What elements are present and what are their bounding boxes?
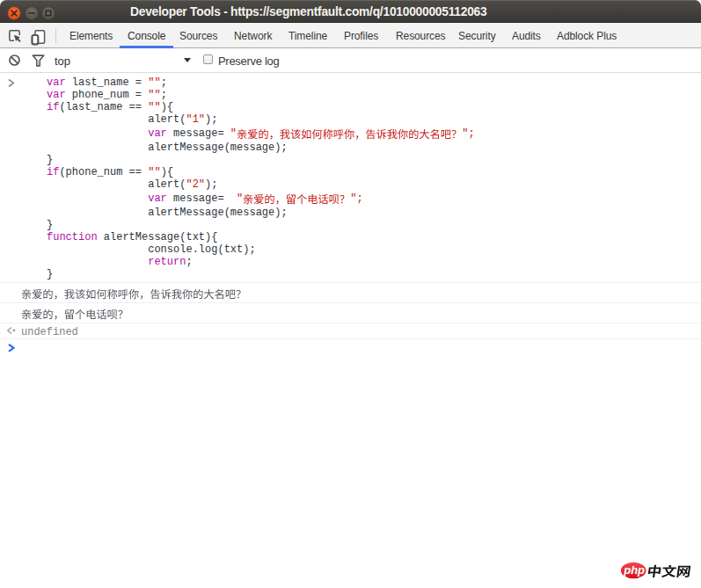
svg-text:php: php	[623, 563, 645, 577]
